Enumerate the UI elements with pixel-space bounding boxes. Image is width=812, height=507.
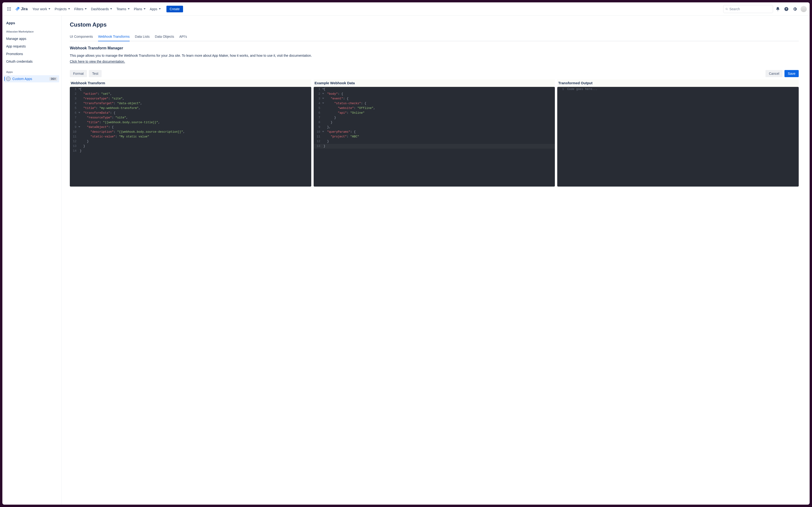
fold-icon[interactable]: [78, 112, 80, 113]
svg-point-2: [10, 7, 11, 8]
svg-point-3: [7, 8, 8, 9]
svg-line-10: [727, 9, 728, 10]
sidebar-item-custom-apps[interactable]: Custom Apps DEV: [4, 75, 59, 82]
sidebar-group-apps: Apps: [6, 70, 59, 73]
page-description: This page allows you to manage the Webho…: [70, 53, 799, 58]
notifications-icon[interactable]: [774, 5, 781, 13]
chevron-down-icon: [159, 8, 161, 9]
fold-icon[interactable]: [322, 93, 324, 94]
sidebar-item-promotions[interactable]: Promotions: [6, 50, 59, 58]
code-line: 8 "title": "{{webhook.body.source-title}…: [70, 120, 311, 125]
svg-point-9: [726, 8, 727, 9]
code-line: 1{: [70, 87, 311, 92]
sidebar: Apps Atlassian Marketplace Manage appsAp…: [2, 16, 62, 505]
format-button[interactable]: Format: [70, 70, 87, 77]
nav-item-label: Apps: [150, 7, 157, 11]
save-button[interactable]: Save: [784, 70, 799, 77]
code-line: 3 "resourceType": "site",: [70, 96, 311, 101]
code-editor-output[interactable]: 1 Code goes here...: [557, 87, 799, 186]
nav-item-label: Plans: [134, 7, 142, 11]
search-icon: [725, 7, 728, 11]
sidebar-item-app-requests[interactable]: App requests: [6, 43, 59, 50]
nav-item-label: Projects: [55, 7, 67, 11]
code-line: 2 "action": "set",: [70, 92, 311, 96]
test-button[interactable]: Test: [89, 70, 102, 77]
tab-webhook-transforms[interactable]: Webhook Transforms: [98, 33, 130, 41]
code-line: 1{: [314, 87, 555, 92]
sidebar-group1-items: Manage appsApp requestsPromotionsOAuth c…: [6, 35, 59, 65]
svg-point-7: [8, 10, 9, 11]
fold-icon[interactable]: [322, 131, 324, 132]
sidebar-title: Apps: [6, 21, 59, 25]
sidebar-group-marketplace: Atlassian Marketplace: [6, 30, 59, 33]
nav-items: Your workProjectsFiltersDashboardsTeamsP…: [31, 6, 162, 12]
nav-item-apps[interactable]: Apps: [148, 6, 163, 12]
svg-text:?: ?: [786, 7, 787, 10]
nav-item-plans[interactable]: Plans: [132, 6, 148, 12]
editor-header-transform: Webhook Transform: [70, 79, 311, 87]
nav-item-filters[interactable]: Filters: [72, 6, 89, 12]
code-line: 12 }: [314, 139, 555, 144]
nav-item-projects[interactable]: Projects: [53, 6, 72, 12]
code-line: 9 "dataObject": {: [70, 125, 311, 129]
chevron-down-icon: [68, 8, 70, 9]
svg-point-1: [8, 7, 9, 8]
chevron-down-icon: [128, 8, 130, 9]
fold-icon[interactable]: [322, 98, 324, 99]
code-editor-transform[interactable]: 1{2 "action": "set",3 "resourceType": "s…: [70, 87, 311, 186]
output-placeholder: Code goes here...: [566, 87, 598, 92]
action-row: Format Test Cancel Save: [70, 70, 799, 77]
top-nav: Jira Your workProjectsFiltersDashboardsT…: [2, 2, 810, 16]
chevron-down-icon: [144, 8, 146, 9]
tab-data-objects[interactable]: Data Objects: [155, 33, 174, 41]
code-line: 5 "website": "Offline",: [314, 106, 555, 111]
editor-col-transform: Webhook Transform 1{2 "action": "set",3 …: [70, 79, 311, 186]
code-line: 11 "project": "ABC": [314, 134, 555, 139]
editor-col-example: Example Webhook Data 1{2 "body": {3 "eve…: [314, 79, 555, 186]
tab-ui-components[interactable]: UI Components: [70, 33, 93, 41]
svg-point-8: [10, 10, 11, 11]
nav-item-teams[interactable]: Teams: [114, 6, 131, 12]
app-window: Jira Your workProjectsFiltersDashboardsT…: [2, 2, 810, 505]
documentation-link[interactable]: Click here to view the documentation.: [70, 60, 125, 63]
code-editor-example[interactable]: 1{2 "body": {3 "event": {4 "status-check…: [314, 87, 555, 186]
nav-item-your-work[interactable]: Your work: [31, 6, 52, 12]
app-switcher-icon[interactable]: [5, 5, 13, 13]
tabs: UI ComponentsWebhook TransformsData List…: [70, 33, 799, 41]
cancel-button[interactable]: Cancel: [765, 70, 782, 77]
code-line: 3 "event": {: [314, 96, 555, 101]
code-line: 10 "queryParams": {: [314, 129, 555, 134]
page-title: Custom Apps: [70, 21, 799, 28]
editor-col-output: Transformed Output 1 Code goes here...: [557, 79, 799, 186]
sidebar-item-manage-apps[interactable]: Manage apps: [6, 35, 59, 43]
sidebar-item-label: Custom Apps: [12, 77, 49, 81]
fold-icon[interactable]: [322, 88, 324, 90]
nav-item-dashboards[interactable]: Dashboards: [89, 6, 114, 12]
code-line: 5 "title": "my-webhook-transform",: [70, 106, 311, 111]
tab-data-lists[interactable]: Data Lists: [135, 33, 150, 41]
search-input[interactable]: [729, 7, 771, 11]
tab-api-s[interactable]: API's: [179, 33, 187, 41]
avatar[interactable]: [801, 6, 807, 12]
code-line: 13 }: [70, 144, 311, 149]
main-content: Custom Apps UI ComponentsWebhook Transfo…: [62, 16, 810, 505]
jira-logo[interactable]: Jira: [15, 6, 28, 12]
fold-icon[interactable]: [322, 103, 324, 104]
sidebar-item-oauth-credentials[interactable]: OAuth credentials: [6, 58, 59, 65]
code-line: 11 "static-value": "My static value": [70, 134, 311, 139]
chevron-down-icon: [110, 8, 112, 9]
svg-point-5: [10, 8, 11, 9]
code-line: 10 "description": "{{webhook.body.source…: [70, 129, 311, 134]
settings-icon[interactable]: [791, 5, 799, 13]
fold-icon[interactable]: [78, 88, 80, 90]
section-title: Webhook Transform Manager: [70, 46, 799, 50]
fold-icon[interactable]: [78, 126, 80, 127]
search-box[interactable]: [723, 5, 773, 13]
chevron-down-icon: [48, 8, 50, 9]
svg-point-6: [7, 10, 8, 11]
svg-point-0: [7, 7, 8, 8]
code-line: 7 "resourceType": "site",: [70, 115, 311, 120]
create-button[interactable]: Create: [166, 6, 183, 12]
code-line: 2 "body": {: [314, 92, 555, 96]
help-icon[interactable]: ?: [782, 5, 790, 13]
